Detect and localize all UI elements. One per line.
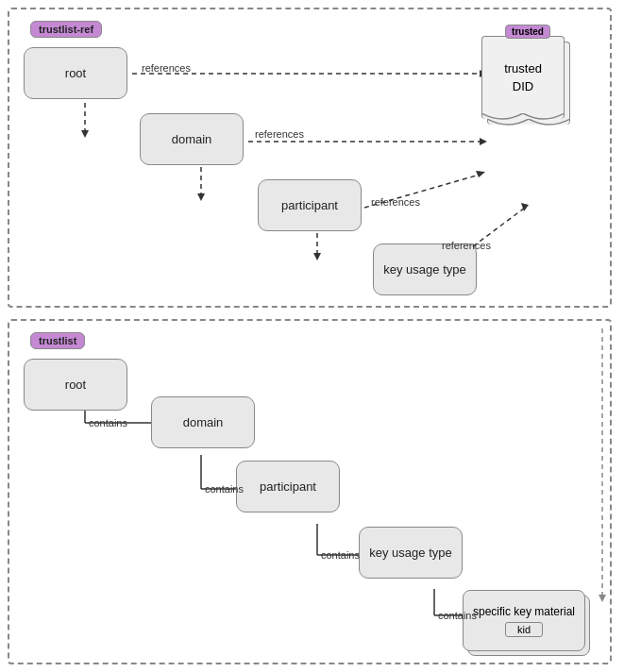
trustlist-badge: trustlist [30,332,85,349]
bottom-key-usage-type-box: key usage type [359,527,463,579]
contains-label-keyusage-specific: contains [438,610,477,621]
trusted-did-label: trusted DID [504,60,542,94]
contains-label-root-domain: contains [89,417,127,428]
trusted-did-shape: trusted trusted DID [481,36,574,130]
top-root-box: root [24,47,127,99]
svg-marker-9 [476,171,485,177]
contains-label-participant-keyusage: contains [321,549,360,561]
svg-marker-5 [480,138,487,145]
svg-marker-11 [313,253,321,260]
ref-label-keyusage-trusted: references [442,240,491,251]
ref-label-root-trusted: references [142,62,191,74]
kid-box: kid [505,622,543,637]
trustlist-ref-badge: trustlist-ref [30,21,102,38]
contains-label-domain-participant: contains [205,483,244,495]
ref-label-domain-trusted: references [255,128,304,140]
bottom-domain-box: domain [151,396,255,448]
diagram-container: trustlist-ref root domain participant ke… [0,0,624,672]
svg-marker-7 [197,193,205,201]
top-participant-box: participant [258,179,362,231]
top-domain-box: domain [140,113,244,165]
top-panel: trustlist-ref root domain participant ke… [8,8,612,308]
bottom-root-box: root [24,359,127,411]
trusted-badge: trusted [505,25,550,39]
svg-marker-13 [521,203,529,211]
ref-label-participant-trusted: references [371,196,420,208]
bottom-participant-box: participant [236,461,340,512]
top-key-usage-type-box: key usage type [373,244,477,295]
svg-marker-3 [81,130,89,138]
svg-marker-27 [599,595,606,602]
specific-key-material-label: specific key material [473,605,575,618]
bottom-panel: trustlist root domain participant key us… [8,319,612,664]
